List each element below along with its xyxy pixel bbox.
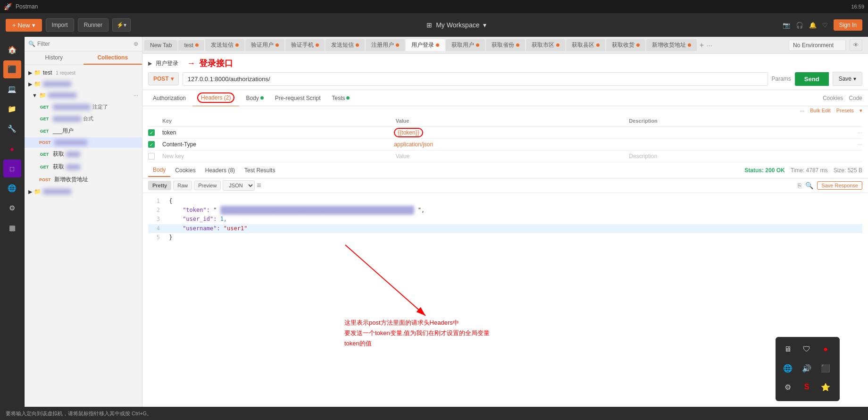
header-value-cell[interactable]: application/json (394, 141, 626, 148)
header-value-cell[interactable]: {{token}} (394, 129, 626, 136)
header-key-cell[interactable]: Content-Type (162, 141, 394, 148)
tab-body[interactable]: Body (241, 92, 268, 104)
preview-button[interactable]: Preview (194, 181, 221, 190)
response-tab-headers[interactable]: Headers (8) (200, 164, 240, 176)
tray-icon-globe[interactable]: 🌐 (780, 361, 795, 376)
workspace-selector[interactable]: ⊞ My Workspace ▾ (134, 21, 779, 29)
tab-huoqu[interactable]: 获取用户 (446, 39, 485, 51)
bulk-edit-link[interactable]: Bulk Edit (810, 108, 830, 114)
response-tab-body[interactable]: Body (148, 164, 170, 177)
save-response-button[interactable]: Save Response (817, 181, 862, 190)
tray-icon-shield[interactable]: 🛡 (799, 342, 814, 357)
sidebar-icon-collection[interactable]: 📁 (3, 100, 21, 118)
tab-zhuce[interactable]: 注册用户 (366, 39, 405, 51)
method-select[interactable]: POST ▾ (148, 72, 179, 85)
sidebar-icon-home[interactable]: 🏠 (3, 41, 21, 59)
copy-icon[interactable]: ⎘ (798, 182, 801, 189)
params-link[interactable]: Params (772, 76, 791, 82)
headphones-icon[interactable]: 🎧 (796, 22, 803, 29)
wrap-icon[interactable]: ≡ (257, 181, 261, 190)
tab-yanzhengji[interactable]: 验证手机 (285, 39, 325, 51)
sidebar-icon-wrench[interactable]: 🔧 (3, 120, 21, 138)
search-input[interactable] (37, 41, 132, 47)
tab-test[interactable]: test (178, 40, 204, 50)
list-item[interactable]: GET 台式 (25, 113, 142, 125)
list-item[interactable]: GET 获取 (25, 148, 142, 160)
header-value-placeholder[interactable]: Value (396, 153, 629, 160)
tray-icon-monitor[interactable]: 🖥 (780, 342, 795, 357)
add-tab-button[interactable]: + (698, 41, 706, 50)
tab-fasong[interactable]: 发送短信 (205, 39, 244, 51)
sidebar-icon-terminal[interactable]: ⬛ (3, 60, 21, 78)
list-item[interactable]: ▼ 📁 ··· (25, 90, 142, 101)
camera-icon[interactable]: 📷 (783, 22, 790, 29)
row-checkbox[interactable]: ✓ (148, 129, 155, 136)
tab-history[interactable]: History (25, 51, 83, 65)
tray-icon-s[interactable]: S (799, 379, 814, 395)
presets-arrow-icon[interactable]: ▾ (860, 108, 862, 114)
tab-headers[interactable]: Headers (2) (192, 90, 239, 107)
tab-yonghu-denglu[interactable]: 用户登录 (406, 39, 445, 51)
response-tab-results[interactable]: Test Results (240, 164, 280, 176)
sidebar-icon-terminal2[interactable]: ▦ (3, 219, 21, 237)
environment-eye-button[interactable]: 👁 (850, 39, 862, 51)
tab-fasong2[interactable]: 发送短信 (326, 39, 365, 51)
tab-authorization[interactable]: Authorization (148, 92, 191, 104)
tray-icon-star[interactable]: ⭐ (818, 379, 833, 395)
sidebar-icon-purple[interactable]: □ (3, 160, 21, 177)
save-button[interactable]: Save ▾ (833, 72, 862, 86)
raw-button[interactable]: Raw (173, 181, 192, 190)
tab-new-tab[interactable]: New Tab (144, 40, 177, 50)
heart-icon[interactable]: ♡ (822, 22, 828, 29)
tab-collections[interactable]: Collections (83, 51, 142, 65)
sidebar-icon-browser[interactable]: 🌐 (3, 179, 21, 197)
tab-tests[interactable]: Tests (327, 92, 354, 104)
list-item[interactable]: ▶ 📁 (25, 78, 142, 90)
sidebar-icon-circle[interactable]: ● (3, 140, 21, 158)
tab-yanzheng[interactable]: 验证用户 (245, 39, 284, 51)
new-collection-icon[interactable]: ⊕ (134, 41, 138, 47)
sidebar-icon-settings[interactable]: ⚙ (3, 199, 21, 217)
list-item[interactable]: GET 注定了 (25, 101, 142, 113)
pretty-button[interactable]: Pretty (148, 181, 171, 190)
new-button[interactable]: + New ▾ (6, 19, 42, 32)
list-item[interactable]: GET 获取 (25, 160, 142, 173)
send-button[interactable]: Send (795, 72, 829, 86)
code-link[interactable]: Code (849, 95, 862, 101)
tab-shouhuodizhi[interactable]: 获取收货 (606, 39, 645, 51)
ellipsis-header-icon[interactable]: ··· (800, 108, 804, 114)
tray-icon-settings2[interactable]: ⚙ (780, 379, 795, 395)
url-input[interactable] (183, 72, 768, 86)
runner-button[interactable]: Runner (78, 18, 108, 32)
row-checkbox-empty[interactable] (148, 153, 155, 160)
tray-icon-speaker[interactable]: 🔊 (799, 361, 814, 376)
search-response-icon[interactable]: 🔍 (805, 182, 813, 189)
header-key-placeholder[interactable]: New key (162, 153, 396, 160)
extra-button[interactable]: ⚡▾ (112, 18, 131, 32)
format-select[interactable]: JSON XML HTML (223, 180, 255, 191)
list-item[interactable]: ▶ 📁 test 1 request (25, 67, 142, 78)
ellipsis-icon[interactable]: ··· (134, 92, 138, 99)
row-ellipsis-icon[interactable]: ··· (858, 129, 862, 136)
tab-shengfen[interactable]: 获取省份 (486, 39, 525, 51)
header-key-cell[interactable]: token (162, 129, 394, 136)
list-item[interactable]: POST 新增收货地址 (25, 173, 142, 186)
presets-link[interactable]: Presets (836, 108, 854, 114)
list-item[interactable]: ▶ 📁 (25, 186, 142, 197)
signin-button[interactable]: Sign In (834, 19, 862, 31)
bell-icon[interactable]: 🔔 (809, 22, 817, 29)
tray-icon-record[interactable]: ● (818, 342, 833, 357)
tab-xianqu[interactable]: 获取县区 (566, 39, 605, 51)
tab-xin-shouhuodizhi[interactable]: 新增收货地址 (646, 39, 697, 51)
header-desc-placeholder[interactable]: Description (629, 153, 862, 160)
tray-icon-color[interactable]: ⬛ (818, 361, 833, 376)
sidebar-icon-pc[interactable]: 💻 (3, 80, 21, 98)
tab-overflow-button[interactable]: ··· (707, 42, 712, 49)
import-button[interactable]: Import (46, 18, 74, 32)
row-ellipsis-icon[interactable]: ··· (858, 141, 862, 148)
row-checkbox[interactable]: ✓ (148, 141, 155, 148)
tab-shiqu[interactable]: 获取市区 (526, 39, 565, 51)
cookies-link[interactable]: Cookies (823, 95, 843, 101)
response-tab-cookies[interactable]: Cookies (170, 164, 200, 176)
environment-select[interactable]: No Environment (789, 40, 846, 51)
